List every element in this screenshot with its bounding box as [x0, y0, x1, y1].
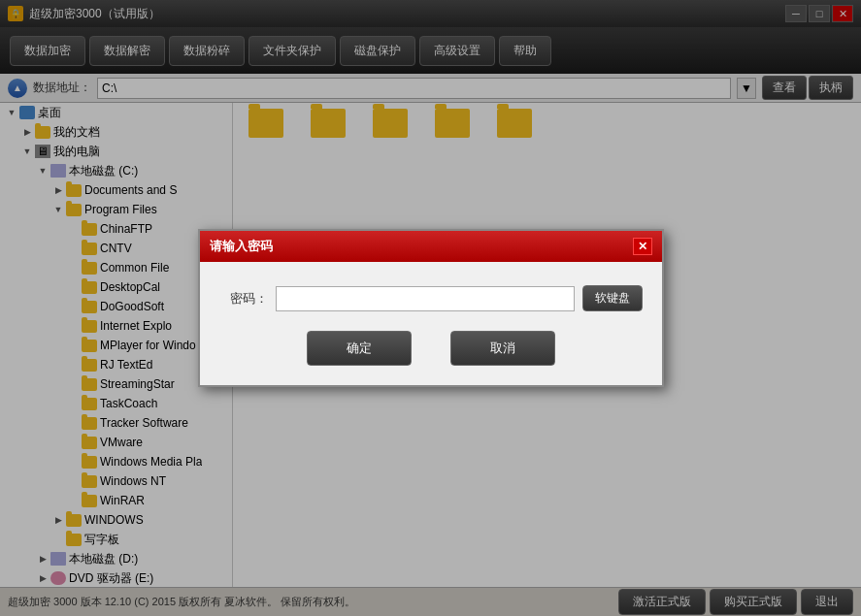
dialog-title: 请输入密码	[210, 238, 273, 255]
dialog-body: 密码： 软键盘 确定 取消	[200, 262, 662, 385]
cancel-button[interactable]: 取消	[450, 331, 555, 366]
password-dialog: 请输入密码 ✕ 密码： 软键盘 确定 取消	[198, 229, 664, 387]
password-input[interactable]	[276, 286, 575, 311]
keyboard-button[interactable]: 软键盘	[582, 285, 643, 311]
confirm-button[interactable]: 确定	[307, 331, 412, 366]
password-row: 密码： 软键盘	[219, 285, 643, 311]
modal-overlay: 请输入密码 ✕ 密码： 软键盘 确定 取消	[0, 0, 861, 616]
dialog-close-button[interactable]: ✕	[633, 238, 652, 255]
dialog-titlebar: 请输入密码 ✕	[200, 231, 662, 262]
password-label: 密码：	[219, 290, 268, 308]
dialog-action-buttons: 确定 取消	[219, 331, 643, 366]
